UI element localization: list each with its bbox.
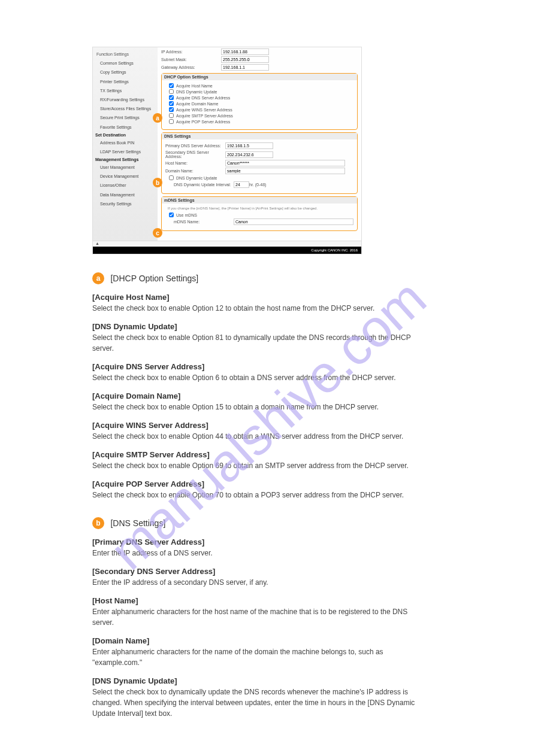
chk-dns-dynamic[interactable]	[169, 89, 174, 94]
chk-use-mdns[interactable]	[169, 212, 174, 217]
side-favorite-settings[interactable]: Favorite Settings	[93, 123, 158, 132]
lbl-acquire-dns: Acquire DNS Server Address	[176, 96, 230, 100]
opt-host-label: [Acquire Host Name]	[92, 293, 428, 302]
opt-host-name-label: [Host Name]	[92, 596, 428, 605]
opt-pop-label: [Acquire POP Server Address]	[92, 479, 428, 488]
opt-domain-label: [Acquire Domain Name]	[92, 391, 428, 400]
marker-b-icon: b	[153, 178, 162, 187]
lbl-dns-dyn-update: DNS Dynamic Update	[176, 176, 217, 180]
expl-marker-b-icon: b	[92, 517, 104, 529]
opt-primary-desc: Enter the IP address of a DNS server.	[92, 548, 428, 558]
dhcp-title: DHCP Option Settings	[162, 74, 357, 80]
scroll-top-row: ▲	[93, 241, 361, 247]
opt-pop-desc: Select the check box to enable Option 70…	[92, 490, 428, 500]
chk-acquire-domain[interactable]	[169, 101, 174, 106]
side-ldap-server[interactable]: LDAP Server Settings	[93, 147, 158, 156]
chk-acquire-pop[interactable]	[169, 119, 174, 124]
ip-input[interactable]	[221, 48, 269, 55]
dns-title: DNS Settings	[162, 133, 357, 139]
lbl-acquire-pop: Acquire POP Server Address	[176, 120, 230, 124]
subnet-input[interactable]	[221, 56, 269, 63]
chk-dns-dyn-update[interactable]	[169, 175, 174, 180]
opt-dns-dyn-label: [DNS Dynamic Update]	[92, 676, 428, 685]
lbl-acquire-host: Acquire Host Name	[176, 84, 213, 88]
dns-interval-unit: hr. (0-48)	[249, 183, 266, 187]
domain-name-label: Domain Name:	[165, 169, 225, 173]
gw-input[interactable]	[221, 64, 269, 71]
mdns-section: mDNS Settings If you change the [mDNS Na…	[161, 196, 358, 231]
host-name-label: Host Name:	[165, 161, 225, 165]
side-tx-settings[interactable]: TX Settings	[93, 86, 158, 95]
lbl-acquire-smtp: Acquire SMTP Server Address	[176, 114, 233, 118]
opt-dyn-desc: Select the check box to enable Option 81…	[92, 332, 428, 354]
opt-wins-label: [Acquire WINS Server Address]	[92, 421, 428, 430]
opt-domain-desc: Select the check box to enable Option 15…	[92, 402, 428, 412]
lbl-dns-dynamic: DNS Dynamic Update	[176, 90, 217, 94]
sidebar: Function Settings Common Settings Copy S…	[93, 47, 158, 241]
dns-section: DNS Settings Primary DNS Server Address:…	[161, 132, 358, 194]
side-copy-settings[interactable]: Copy Settings	[93, 68, 158, 77]
opt-dnsaddr-desc: Select the check box to enable Option 6 …	[92, 372, 428, 383]
side-security-settings[interactable]: Security Settings	[93, 199, 158, 208]
side-address-book-pin[interactable]: Address Book PIN	[93, 138, 158, 147]
opt-secondary-label: [Secondary DNS Server Address]	[92, 567, 428, 576]
side-set-destination-head: Set Destination	[93, 132, 158, 138]
expl-b-title: [DNS Settings]	[110, 518, 165, 528]
lbl-use-mdns: Use mDNS	[176, 213, 197, 217]
mdns-title: mDNS Settings	[162, 197, 357, 204]
opt-domain-name-desc: Enter alphanumeric characters for the na…	[92, 646, 428, 668]
opt-smtp-desc: Select the check box to enable Option 69…	[92, 460, 428, 471]
side-rx-forwarding[interactable]: RX/Forwarding Settings	[93, 95, 158, 104]
dns-interval-label: DNS Dynamic Update Interval:	[174, 183, 234, 187]
chk-acquire-dns[interactable]	[169, 95, 174, 100]
host-name-input[interactable]	[225, 160, 345, 166]
side-secure-print[interactable]: Secure Print Settings	[93, 113, 158, 122]
opt-dns-dyn-desc: Select the check box to dynamically upda…	[92, 687, 428, 719]
settings-screenshot: Function Settings Common Settings Copy S…	[92, 47, 362, 254]
side-data-mgmt[interactable]: Data Management	[93, 190, 158, 199]
side-user-mgmt[interactable]: User Management	[93, 163, 158, 172]
opt-smtp-label: [Acquire SMTP Server Address]	[92, 450, 428, 459]
dhcp-section: DHCP Option Settings Acquire Host Name D…	[161, 73, 358, 130]
opt-domain-name-label: [Domain Name]	[92, 636, 428, 645]
opt-wins-desc: Select the check box to enable Option 44…	[92, 431, 428, 442]
side-device-mgmt[interactable]: Device Management	[93, 172, 158, 181]
secondary-dns-input[interactable]	[225, 151, 273, 158]
dns-interval-input[interactable]	[234, 181, 249, 188]
subnet-label: Subnet Mask:	[161, 57, 221, 62]
mdns-note: If you change the [mDNS Name], the [Prin…	[165, 205, 353, 211]
marker-c-icon: c	[153, 228, 162, 238]
side-common-settings[interactable]: Common Settings	[93, 59, 158, 68]
side-function-settings[interactable]: Function Settings	[93, 50, 158, 59]
opt-secondary-desc: Enter the IP address of a secondary DNS …	[92, 577, 428, 588]
chk-acquire-host[interactable]	[169, 83, 174, 88]
secondary-dns-label: Secondary DNS Server Address:	[165, 150, 225, 159]
opt-primary-label: [Primary DNS Server Address]	[92, 538, 428, 546]
primary-dns-input[interactable]	[225, 142, 273, 149]
gw-label: Gateway Address:	[161, 65, 221, 69]
opt-dyn-label: [DNS Dynamic Update]	[92, 322, 428, 331]
ip-label: IP Address:	[161, 50, 221, 54]
side-store-access[interactable]: Store/Access Files Settings	[93, 104, 158, 113]
chk-acquire-smtp[interactable]	[169, 113, 174, 118]
lbl-acquire-wins: Acquire WINS Server Address	[176, 108, 232, 112]
opt-host-name-desc: Enter alphanumeric characters for the ho…	[92, 606, 428, 628]
side-printer-settings[interactable]: Printer Settings	[93, 77, 158, 86]
lbl-acquire-domain: Acquire Domain Name	[176, 102, 218, 106]
mdns-name-input[interactable]	[234, 218, 353, 225]
copyright-footer: Copyright CANON INC. 2016	[93, 247, 361, 254]
domain-name-input[interactable]	[225, 168, 345, 174]
side-mgmt-head: Management Settings	[93, 156, 158, 163]
expl-marker-a-icon: a	[92, 272, 104, 284]
side-license-other[interactable]: License/Other	[93, 181, 158, 190]
opt-host-desc: Select the check box to enable Option 12…	[92, 303, 428, 314]
chk-acquire-wins[interactable]	[169, 107, 174, 112]
marker-a-icon: a	[153, 113, 162, 123]
mdns-name-label: mDNS Name:	[174, 220, 234, 224]
primary-dns-label: Primary DNS Server Address:	[165, 144, 225, 148]
opt-dnsaddr-label: [Acquire DNS Server Address]	[92, 362, 428, 371]
expl-a-title: [DHCP Option Settings]	[110, 274, 198, 283]
